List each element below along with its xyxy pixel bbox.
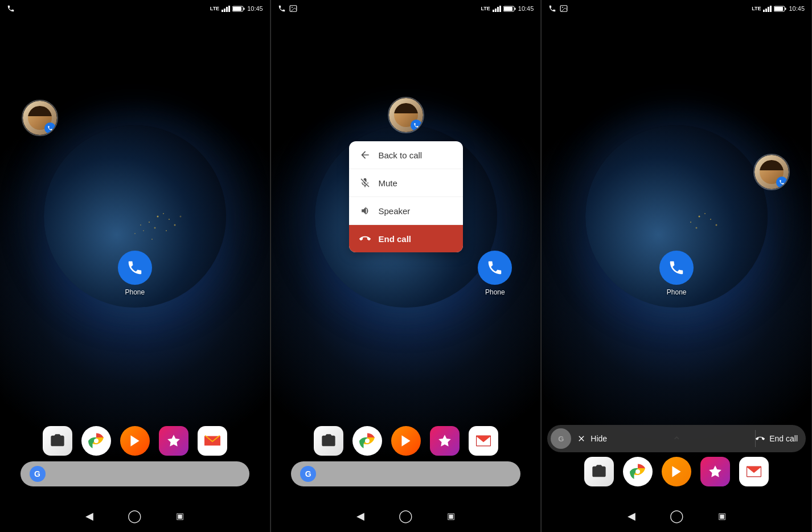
- phone-icon-2: [486, 259, 503, 276]
- speaker-label: Speaker: [379, 206, 411, 216]
- app-camera-1[interactable]: [43, 426, 72, 456]
- back-to-call-label: Back to call: [379, 150, 423, 160]
- call-status-icon-3: [548, 5, 556, 13]
- call-status-icon-2: [278, 5, 286, 13]
- phone-app-2[interactable]: Phone: [478, 251, 512, 296]
- menu-end-call[interactable]: End call: [349, 225, 463, 252]
- back-button-2[interactable]: ◀: [356, 510, 364, 522]
- nav-bar-3: ◀ ◯ ▣: [542, 500, 811, 532]
- play-icon-1: [128, 433, 142, 448]
- phone-app-label-1: Phone: [125, 288, 145, 296]
- dock-1: G: [0, 426, 270, 486]
- app-shortcut-2[interactable]: [430, 426, 460, 456]
- phone-app-icon-1: [118, 251, 152, 285]
- shortcut-icon-2: [437, 433, 452, 448]
- app-shortcut-3[interactable]: [700, 457, 730, 486]
- svg-rect-35: [499, 6, 501, 12]
- app-camera-3[interactable]: [584, 457, 614, 486]
- call-bubble-1[interactable]: [22, 100, 58, 136]
- phone-icon-3: [668, 259, 685, 276]
- svg-point-0: [157, 216, 158, 218]
- svg-marker-62: [672, 466, 681, 477]
- home-button-1[interactable]: ◯: [128, 509, 142, 523]
- phone-app-3[interactable]: Phone: [659, 251, 694, 296]
- app-chrome-1[interactable]: [81, 426, 111, 456]
- svg-rect-13: [224, 9, 225, 12]
- lte-icon-1: LTE: [210, 6, 219, 11]
- svg-point-46: [704, 213, 706, 214]
- svg-rect-54: [768, 7, 769, 12]
- recents-button-1[interactable]: ▣: [176, 511, 184, 521]
- back-button-3[interactable]: ◀: [628, 510, 635, 522]
- call-status-icon-1: [7, 5, 15, 13]
- phone-screen-2: LTE 10:45: [271, 0, 542, 532]
- status-left-3: [548, 5, 568, 13]
- svg-point-6: [174, 224, 175, 226]
- phone-app-1[interactable]: Phone: [118, 251, 152, 296]
- menu-back-to-call[interactable]: Back to call: [349, 141, 463, 169]
- svg-point-1: [149, 222, 150, 223]
- mute-icon: [359, 177, 371, 189]
- menu-speaker[interactable]: Speaker: [349, 197, 463, 225]
- app-gmail-1[interactable]: [198, 426, 227, 456]
- back-to-call-icon: [359, 149, 371, 161]
- status-right-1: LTE 10:45: [210, 5, 263, 12]
- status-right-3: LTE 10:45: [752, 5, 805, 12]
- svg-rect-15: [228, 6, 230, 12]
- svg-point-49: [716, 224, 717, 226]
- call-bar-google-3: G: [551, 428, 571, 449]
- recents-button-3[interactable]: ▣: [718, 511, 726, 521]
- menu-mute[interactable]: Mute: [349, 169, 463, 197]
- app-chrome-2[interactable]: [352, 426, 382, 456]
- phone-screen-1: LTE 10:45: [0, 0, 270, 532]
- call-bubble-3[interactable]: [753, 154, 790, 190]
- time-3: 10:45: [789, 5, 805, 12]
- home-button-2[interactable]: ◯: [399, 509, 413, 523]
- camera-icon-1: [50, 433, 65, 449]
- call-badge-2: [411, 120, 422, 131]
- call-bar-hide-section[interactable]: Hide: [571, 434, 755, 443]
- svg-point-3: [154, 227, 155, 229]
- svg-rect-33: [495, 9, 497, 12]
- svg-point-10: [179, 216, 181, 218]
- dock-3: G Hide End call: [542, 457, 811, 486]
- app-chrome-3[interactable]: [623, 457, 653, 486]
- battery-icon-1: [232, 6, 245, 12]
- search-bar-2[interactable]: G: [291, 461, 520, 486]
- time-1: 10:45: [247, 5, 263, 12]
- speaker-icon: [359, 205, 371, 216]
- svg-point-51: [562, 7, 563, 8]
- battery-icon-3: [774, 6, 786, 12]
- app-shortcut-1[interactable]: [159, 426, 188, 456]
- chrome-icon-2: [359, 432, 376, 449]
- call-bubble-2[interactable]: [388, 97, 424, 133]
- app-play-1[interactable]: [120, 426, 150, 456]
- svg-rect-55: [770, 6, 772, 12]
- recents-button-2[interactable]: ▣: [447, 511, 455, 521]
- end-call-icon: [359, 233, 371, 244]
- call-badge-1: [44, 122, 56, 134]
- app-play-2[interactable]: [391, 426, 421, 456]
- svg-point-41: [365, 439, 370, 443]
- svg-rect-14: [226, 7, 228, 12]
- chrome-icon-1: [88, 432, 105, 449]
- apps-row-1: [31, 426, 239, 456]
- call-bar-end-section[interactable]: End call: [756, 434, 806, 443]
- camera-icon-2: [321, 433, 337, 449]
- app-play-3[interactable]: [662, 457, 691, 486]
- app-camera-2[interactable]: [314, 426, 343, 456]
- svg-rect-18: [233, 7, 241, 11]
- gmail-icon-2: [475, 435, 491, 447]
- svg-rect-58: [774, 7, 783, 11]
- svg-rect-37: [514, 7, 515, 10]
- signal-icon-1: [222, 6, 230, 12]
- app-gmail-2[interactable]: [469, 426, 498, 456]
- svg-rect-53: [765, 9, 767, 12]
- search-bar-1[interactable]: G: [20, 461, 250, 486]
- app-gmail-3[interactable]: [739, 457, 769, 486]
- svg-point-11: [140, 224, 141, 226]
- back-button-1[interactable]: ◀: [85, 510, 93, 522]
- home-button-3[interactable]: ◯: [670, 509, 684, 523]
- end-call-label: End call: [379, 234, 412, 244]
- phone-app-icon-3: [659, 251, 694, 285]
